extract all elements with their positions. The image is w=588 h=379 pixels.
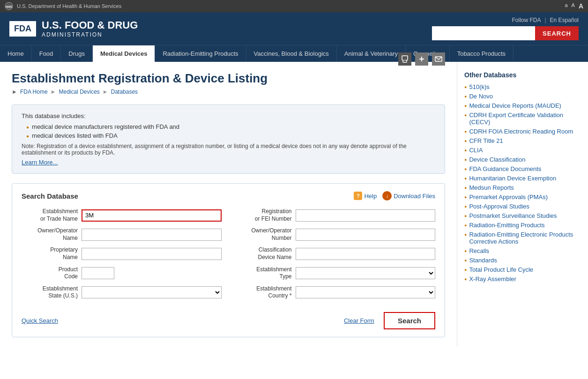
- db-link-xray[interactable]: X-Ray Assembler: [469, 275, 516, 282]
- clear-form-link[interactable]: Clear Form: [344, 317, 374, 324]
- help-icon: ?: [354, 192, 362, 200]
- quick-search-link[interactable]: Quick Search: [22, 317, 58, 324]
- registration-label: Registrationor FEI Number: [236, 208, 292, 223]
- establishment-state-field-row: EstablishmentState (U.S.): [22, 285, 222, 300]
- product-code-input[interactable]: [82, 267, 114, 279]
- classification-device-input[interactable]: [296, 248, 436, 260]
- db-link-de-novo[interactable]: De Novo: [469, 93, 493, 100]
- proprietary-input[interactable]: [82, 248, 222, 260]
- establishment-state-select[interactable]: [82, 286, 222, 298]
- header-search-input[interactable]: [432, 26, 535, 40]
- db-item-cecv: CDRH Export Certificate Validation (CECV…: [464, 111, 581, 126]
- db-item-radiation-corrective: Radiation-Emitting Electronic Products C…: [464, 231, 581, 245]
- breadcrumb-medical-devices[interactable]: Medical Devices: [59, 89, 99, 95]
- info-item-2: medical devices listed with FDA: [26, 132, 435, 139]
- db-link-guidance[interactable]: FDA Guidance Documents: [469, 165, 541, 172]
- add-icon[interactable]: [415, 52, 428, 66]
- db-link-cfr[interactable]: CFR Title 21: [469, 137, 503, 144]
- db-item-hde: Humanitarian Device Exemption: [464, 175, 581, 182]
- font-large[interactable]: A: [579, 2, 583, 10]
- print-icon[interactable]: [398, 52, 411, 66]
- db-link-medsun[interactable]: Medsun Reports: [469, 184, 514, 191]
- nav-item-animal[interactable]: Animal & Veterinary: [337, 45, 406, 62]
- db-item-pma: Premarket Approvals (PMAs): [464, 193, 581, 201]
- fda-subtitle: ADMINISTRATION: [42, 31, 138, 38]
- nav-item-drugs[interactable]: Drugs: [61, 45, 93, 62]
- registration-input[interactable]: [296, 209, 436, 222]
- establishment-type-select[interactable]: [296, 267, 436, 279]
- db-link-foia[interactable]: CDRH FOIA Electronic Reading Room: [469, 128, 573, 135]
- mail-icon[interactable]: [432, 52, 445, 66]
- nav-item-food[interactable]: Food: [32, 45, 61, 62]
- proprietary-field-row: ProprietaryName: [22, 246, 222, 261]
- form-actions: Quick Search Clear Form Search: [22, 307, 435, 329]
- owner-operator-input[interactable]: [82, 229, 222, 241]
- db-link-pma[interactable]: Premarket Approvals (PMAs): [469, 193, 548, 201]
- font-small[interactable]: a: [565, 2, 567, 10]
- product-code-label: ProductCode: [22, 266, 78, 281]
- header-search-row: SEARCH: [432, 26, 579, 40]
- db-link-510k[interactable]: 510(k)s: [469, 83, 489, 90]
- owner-operator-number-field-row: Owner/OperatorNumber: [236, 227, 436, 242]
- db-link-clia[interactable]: CLIA: [469, 147, 483, 154]
- breadcrumb-fda-home[interactable]: FDA Home: [20, 89, 48, 95]
- db-item-tplc: Total Product Life Cycle: [464, 266, 581, 273]
- fda-name: U.S. FOOD & DRUG ADMINISTRATION: [42, 19, 138, 38]
- db-item-postmarket: Postmarket Surveillance Studies: [464, 212, 581, 219]
- establishment-type-label: EstablishmentType: [236, 266, 292, 281]
- db-link-maude[interactable]: Medical Device Reports (MAUDE): [469, 102, 561, 109]
- db-list: 510(k)s De Novo Medical Device Reports (…: [464, 83, 581, 282]
- svg-text:HHS: HHS: [6, 5, 12, 8]
- owner-operator-number-label: Owner/OperatorNumber: [236, 227, 292, 242]
- font-size-controls[interactable]: a A A: [565, 2, 583, 10]
- db-item-maude: Medical Device Reports (MAUDE): [464, 102, 581, 109]
- search-header: Search Database ? Help ↓ Download Files: [22, 191, 435, 201]
- en-espanol-link[interactable]: En Español: [550, 17, 579, 23]
- breadcrumb-databases[interactable]: Databases: [111, 89, 138, 95]
- info-item-1: medical device manufacturers registered …: [26, 123, 435, 130]
- establishment-input[interactable]: [82, 209, 222, 222]
- learn-more-link[interactable]: Learn More...: [22, 159, 58, 166]
- breadcrumb-sep1: ►: [51, 89, 56, 95]
- establishment-country-select[interactable]: [296, 286, 436, 298]
- follow-fda-link[interactable]: Follow FDA: [512, 17, 541, 23]
- info-intro: This database includes:: [22, 112, 435, 119]
- font-medium[interactable]: A: [572, 2, 575, 10]
- gov-bar: HHS U.S. Department of Health & Human Se…: [0, 0, 588, 12]
- download-link[interactable]: ↓ Download Files: [382, 191, 435, 201]
- fda-title: U.S. FOOD & DRUG: [42, 19, 138, 31]
- db-link-recalls[interactable]: Recalls: [469, 247, 489, 254]
- establishment-country-field-row: EstablishmentCountry *: [236, 285, 436, 300]
- owner-operator-number-input[interactable]: [296, 229, 436, 241]
- proprietary-label: ProprietaryName: [22, 246, 78, 261]
- fda-badge: FDA: [9, 21, 36, 37]
- nav-item-radiation[interactable]: Radiation-Emitting Products: [155, 45, 246, 62]
- db-link-post-approval[interactable]: Post-Approval Studies: [469, 203, 529, 210]
- help-link[interactable]: ? Help: [354, 192, 377, 200]
- agency-name: U.S. Department of Health & Human Servic…: [17, 3, 121, 9]
- db-link-tplc[interactable]: Total Product Life Cycle: [469, 266, 533, 273]
- breadcrumb-sep2: ►: [103, 89, 108, 95]
- classification-device-field-row: ClassificationDevice Name: [236, 246, 436, 261]
- action-buttons: Clear Form Search: [344, 312, 435, 329]
- db-link-postmarket[interactable]: Postmarket Surveillance Studies: [469, 212, 557, 219]
- nav-item-tobacco[interactable]: Tobacco Products: [450, 45, 514, 62]
- download-icon: ↓: [382, 191, 392, 201]
- db-link-hde[interactable]: Humanitarian Device Exemption: [469, 175, 556, 182]
- nav-item-medical-devices[interactable]: Medical Devices: [93, 45, 155, 62]
- db-link-device-classification[interactable]: Device Classification: [469, 156, 525, 163]
- sidebar: Other Databases 510(k)s De Novo Medical …: [457, 62, 588, 347]
- search-submit-button[interactable]: Search: [384, 312, 435, 329]
- db-item-de-novo: De Novo: [464, 93, 581, 100]
- db-item-foia: CDRH FOIA Electronic Reading Room: [464, 128, 581, 135]
- nav-item-vaccines[interactable]: Vaccines, Blood & Biologics: [246, 45, 337, 62]
- db-link-radiation-products[interactable]: Radiation-Emitting Products: [469, 222, 544, 229]
- establishment-state-label: EstablishmentState (U.S.): [22, 285, 78, 300]
- nav-item-home[interactable]: Home: [0, 45, 32, 62]
- establishment-field-row: Establishmentor Trade Name: [22, 208, 222, 223]
- db-link-radiation-corrective[interactable]: Radiation-Emitting Electronic Products C…: [469, 231, 581, 245]
- db-item-medsun: Medsun Reports: [464, 184, 581, 191]
- db-link-standards[interactable]: Standards: [469, 257, 497, 264]
- header-search-button[interactable]: SEARCH: [535, 26, 579, 40]
- db-link-cecv[interactable]: CDRH Export Certificate Validation (CECV…: [469, 111, 581, 126]
